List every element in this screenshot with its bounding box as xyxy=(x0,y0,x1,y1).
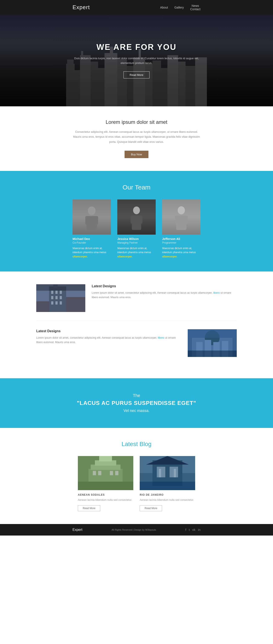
team-photo-2 xyxy=(162,200,200,235)
social-twitter[interactable]: t xyxy=(189,528,190,532)
svg-rect-61 xyxy=(188,350,237,357)
blog-post-desc-1: Aenean lacinia bibendum nulla sed consec… xyxy=(140,498,195,502)
blog-img-placeholder-1 xyxy=(140,456,195,490)
svg-rect-44 xyxy=(51,296,53,299)
design-content-0: Latest Designs Lorem ipsum dolor sit ame… xyxy=(92,284,237,300)
about-section: Lorem ipsum dolor sit amet Consectetur a… xyxy=(0,106,273,171)
team-photo-placeholder-0 xyxy=(73,200,111,235)
blog-building-svg-1 xyxy=(140,456,195,490)
svg-rect-68 xyxy=(93,471,96,475)
team-desc-2: Maecenas dictum enim at, interdum pharet… xyxy=(162,246,200,259)
team-link-1[interactable]: ullamcorper. xyxy=(117,255,132,258)
hero-section: WE ARE FOR YOU Duis dictum lacinia turpi… xyxy=(0,15,273,106)
blog-post-desc-0: Aenean lacinia bibendum nulla sed consec… xyxy=(78,498,133,502)
blog-read-more-1[interactable]: Read More xyxy=(140,505,162,511)
svg-rect-70 xyxy=(110,471,113,475)
site-logo: Expert xyxy=(73,4,90,11)
blog-card-0: AENEAN SODALES Aenean lacinia bibendum n… xyxy=(78,456,133,511)
about-cta-button[interactable]: Buy Now xyxy=(125,151,148,158)
blog-read-more-0[interactable]: Read More xyxy=(78,505,100,511)
hero-subtitle: Duis dictum lacinia turpis, non laoreet … xyxy=(70,56,203,66)
svg-rect-46 xyxy=(60,296,62,299)
nav-news-contact-group: News Contact xyxy=(190,4,200,11)
design-link-1[interactable]: libero xyxy=(158,336,164,339)
svg-rect-79 xyxy=(159,469,161,477)
svg-rect-66 xyxy=(99,456,112,461)
svg-rect-71 xyxy=(115,471,118,475)
design-image-1 xyxy=(188,329,237,357)
team-photo-0 xyxy=(73,200,111,235)
blog-post-title-1: RIO DE JANEIRO xyxy=(140,493,195,496)
svg-rect-50 xyxy=(36,301,49,312)
quote-sub: Vel nec massa. xyxy=(73,408,200,413)
svg-rect-67 xyxy=(78,482,133,490)
site-header: Expert About Gallery News Contact xyxy=(0,0,273,15)
nav-gallery[interactable]: Gallery xyxy=(174,6,184,9)
design-title-1: Latest Designs xyxy=(36,329,181,333)
design-link-0[interactable]: libero xyxy=(213,291,220,294)
svg-rect-52 xyxy=(36,284,85,291)
design-row-0: Latest Designs Lorem ipsum dolor sit ame… xyxy=(36,284,237,321)
building-svg-0 xyxy=(36,284,85,312)
designs-section: Latest Designs Lorem ipsum dolor sit ame… xyxy=(0,272,273,378)
design-body-0: Lorem ipsum dolor sit amet, consectetur … xyxy=(92,291,237,300)
team-name-0: Michael Deo xyxy=(73,237,111,240)
quote-section: The "LACUS AC PURUS SUSPENDISSE EGET" Ve… xyxy=(0,378,273,428)
team-grid: Michael Deo Co-Founder Maecenas dictum e… xyxy=(73,200,200,259)
design-img-placeholder-0 xyxy=(36,284,85,312)
svg-rect-43 xyxy=(60,291,62,294)
hero-cta-button[interactable]: Read More xyxy=(124,72,149,78)
design-image-0 xyxy=(36,284,85,312)
svg-rect-80 xyxy=(174,469,176,477)
team-role-0: Co-Founder xyxy=(73,241,111,244)
team-desc-1: Maecenas dictum enim at, interdum pharet… xyxy=(117,246,156,259)
blog-image-1 xyxy=(140,456,195,490)
blog-title: Latest Blog xyxy=(43,441,230,448)
design-body-1: Lorem ipsum dolor sit amet, consectetur … xyxy=(36,336,181,345)
nav-contact[interactable]: Contact xyxy=(190,8,200,11)
main-nav: About Gallery News Contact xyxy=(160,4,200,11)
blog-img-placeholder-0 xyxy=(78,456,133,490)
team-name-1: Jessica Wilson xyxy=(117,237,156,240)
svg-rect-42 xyxy=(56,291,58,294)
svg-rect-33 xyxy=(139,216,142,224)
person-silhouette-2 xyxy=(173,204,190,230)
team-photo-1 xyxy=(117,200,156,235)
person-silhouette-1 xyxy=(128,204,145,230)
quote-main: "LACUS AC PURUS SUSPENDISSE EGET" xyxy=(73,400,200,406)
social-instagram[interactable]: in xyxy=(198,528,200,532)
blog-card-1: RIO DE JANEIRO Aenean lacinia bibendum n… xyxy=(140,456,195,511)
team-card-1: Jessica Wilson Managing Partner Maecenas… xyxy=(117,200,156,259)
svg-rect-28 xyxy=(85,216,89,224)
blog-building-svg-0 xyxy=(78,456,133,490)
team-title: Our Team xyxy=(73,184,200,191)
svg-rect-45 xyxy=(56,296,58,299)
team-link-2[interactable]: ullamcorper. xyxy=(162,255,177,258)
site-footer: Expert All Rights Reserved | Design by W… xyxy=(0,524,273,536)
design-img-placeholder-1 xyxy=(188,329,237,357)
svg-rect-29 xyxy=(95,216,98,224)
building-svg-1 xyxy=(188,329,237,357)
svg-rect-47 xyxy=(51,301,53,304)
team-photo-placeholder-2 xyxy=(162,200,200,235)
hero-title: WE ARE FOR YOU xyxy=(70,42,203,52)
blog-post-title-0: AENEAN SODALES xyxy=(78,493,133,496)
person-silhouette-0 xyxy=(83,204,100,230)
nav-about[interactable]: About xyxy=(160,6,168,9)
quote-pre: The xyxy=(73,393,200,398)
footer-copyright: All Rights Reserved | Design by W3layout… xyxy=(112,528,156,531)
social-facebook[interactable]: f xyxy=(185,528,186,532)
svg-rect-36 xyxy=(175,216,178,224)
team-link-0[interactable]: ullamcorper. xyxy=(73,255,88,258)
nav-news[interactable]: News xyxy=(191,4,199,8)
about-title: Lorem ipsum dolor sit amet xyxy=(73,119,200,125)
team-role-2: Programmer xyxy=(162,241,200,244)
svg-rect-69 xyxy=(98,471,101,475)
svg-rect-49 xyxy=(60,301,62,304)
design-title-0: Latest Designs xyxy=(92,284,237,288)
social-vk[interactable]: vk xyxy=(192,528,195,532)
svg-rect-48 xyxy=(56,301,58,304)
footer-logo: Expert xyxy=(73,528,82,532)
team-card-2: Jefferson Ali Programmer Maecenas dictum… xyxy=(162,200,200,259)
svg-point-30 xyxy=(133,206,140,214)
